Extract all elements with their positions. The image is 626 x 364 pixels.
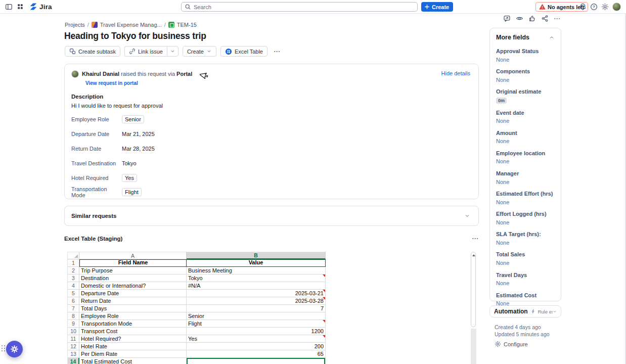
- spreadsheet-cell-b[interactable]: 65: [187, 350, 326, 358]
- toolbar-more-button[interactable]: ⋯: [272, 48, 283, 55]
- column-header-a[interactable]: A: [79, 252, 187, 259]
- description-text[interactable]: Hi I would like to request for approval: [71, 103, 470, 109]
- row-number[interactable]: 10: [67, 328, 79, 335]
- create-dropdown-button[interactable]: Create: [183, 46, 216, 57]
- sidebar-field-value[interactable]: None: [496, 199, 555, 206]
- spreadsheet-cell-b[interactable]: Business Meeting: [187, 267, 326, 275]
- sidebar-field-value[interactable]: None: [496, 117, 555, 124]
- spreadsheet-cell-b[interactable]: 1200: [187, 328, 326, 335]
- sidebar-field-value[interactable]: None: [496, 219, 555, 226]
- reporter-avatar[interactable]: [71, 70, 79, 78]
- feedback-button[interactable]: [503, 15, 511, 22]
- spreadsheet-cell-a[interactable]: Destination: [79, 275, 187, 282]
- more-actions-button[interactable]: ⋯: [554, 15, 561, 22]
- column-header-b[interactable]: B: [187, 252, 326, 259]
- notifications-button[interactable]: [579, 3, 587, 11]
- spreadsheet-cell-a[interactable]: Domestic or International?: [79, 282, 187, 290]
- spreadsheet-cell-b[interactable]: Flight: [187, 320, 326, 328]
- scrollbar-track[interactable]: [471, 329, 476, 364]
- excel-section-more-button[interactable]: ⋯: [472, 235, 479, 242]
- settings-button[interactable]: [601, 3, 609, 11]
- spreadsheet-cell-b[interactable]: [187, 358, 326, 364]
- row-number[interactable]: 14: [67, 358, 79, 364]
- sidebar-field-value[interactable]: None: [496, 239, 555, 246]
- link-issue-dropdown-button[interactable]: [167, 46, 178, 57]
- spreadsheet-cell-b[interactable]: Senior: [187, 312, 326, 320]
- row-number[interactable]: 3: [67, 275, 79, 282]
- field-value[interactable]: Tokyo: [122, 160, 137, 166]
- spreadsheet-cell-b[interactable]: 200: [187, 343, 326, 350]
- global-search[interactable]: [181, 2, 418, 12]
- app-switcher-button[interactable]: [17, 3, 24, 10]
- row-number[interactable]: 13: [67, 350, 79, 358]
- excel-table-button[interactable]: Excel Table: [220, 46, 267, 57]
- row-number[interactable]: 2: [67, 267, 79, 275]
- sidebar-field-value[interactable]: None: [496, 280, 555, 287]
- spreadsheet-cell-b[interactable]: #N/A: [187, 282, 326, 290]
- vote-button[interactable]: [528, 15, 536, 22]
- spreadsheet-cell-b[interactable]: Tokyo: [187, 275, 326, 282]
- sidebar-field-value[interactable]: None: [496, 259, 555, 266]
- field-value[interactable]: Yes: [122, 174, 137, 182]
- sidebar-field-value[interactable]: 0m: [496, 98, 507, 104]
- row-number[interactable]: 9: [67, 320, 79, 328]
- search-input[interactable]: [194, 4, 414, 10]
- hide-details-button[interactable]: Hide details: [441, 70, 470, 76]
- field-value[interactable]: Flight: [122, 188, 142, 196]
- chevron-down-icon[interactable]: [464, 213, 470, 219]
- help-button[interactable]: ?: [590, 3, 598, 11]
- row-number[interactable]: 11: [67, 335, 79, 343]
- reporter-name[interactable]: Khairul Danial: [82, 71, 119, 77]
- spreadsheet-cell-a[interactable]: Total Days: [79, 305, 187, 312]
- row-number[interactable]: 7: [67, 305, 79, 312]
- row-number[interactable]: 8: [67, 312, 79, 320]
- create-subtask-button[interactable]: Create subtask: [65, 46, 120, 57]
- spreadsheet-cell-a[interactable]: Departure Date: [79, 290, 187, 297]
- similar-requests-card[interactable]: Similar requests: [64, 206, 479, 226]
- page-title[interactable]: Heading to Tokyo for business trip: [64, 31, 206, 41]
- row-number[interactable]: 5: [67, 290, 79, 297]
- spreadsheet-cell-b[interactable]: 2025-03-28: [187, 297, 326, 305]
- assistant-button[interactable]: [6, 341, 23, 357]
- row-number[interactable]: 1: [67, 259, 79, 267]
- automation-panel[interactable]: Automation Rule ex...: [489, 305, 561, 317]
- spreadsheet-cell-a[interactable]: Trip Purpose: [79, 267, 187, 275]
- sidebar-field-value[interactable]: None: [496, 76, 555, 83]
- select-all-corner[interactable]: [67, 252, 79, 259]
- view-request-in-portal-link[interactable]: View request in portal: [85, 80, 138, 86]
- sidebar-toggle-button[interactable]: [5, 3, 13, 11]
- spreadsheet-cell-b[interactable]: 2025-03-21: [187, 290, 326, 297]
- field-value[interactable]: Senior: [122, 115, 144, 123]
- spreadsheet-cell-b[interactable]: Value: [187, 259, 326, 267]
- spreadsheet-cell-a[interactable]: Total Estimated Cost: [79, 358, 187, 364]
- spreadsheet-cell-a[interactable]: Per Diem Rate: [79, 350, 187, 358]
- breadcrumb-projects[interactable]: Projects: [65, 22, 85, 28]
- spreadsheet-cell-a[interactable]: Transport Cost: [79, 328, 187, 335]
- spreadsheet-cell-b[interactable]: 7: [187, 305, 326, 312]
- spreadsheet-cell-a[interactable]: Transportation Mode: [79, 320, 187, 328]
- sidebar-field-value[interactable]: None: [496, 138, 555, 145]
- more-fields-header[interactable]: More fields: [496, 34, 555, 41]
- jira-logo[interactable]: Jira: [29, 3, 52, 11]
- spreadsheet-cell-a[interactable]: Hotel Required?: [79, 335, 187, 343]
- sidebar-field-value[interactable]: None: [496, 158, 555, 165]
- configure-button[interactable]: Configure: [495, 341, 550, 347]
- spreadsheet-cell-a[interactable]: Field Name: [79, 259, 187, 267]
- link-issue-button[interactable]: Link issue: [124, 46, 167, 57]
- user-avatar[interactable]: [612, 3, 621, 11]
- spreadsheet-cell-a[interactable]: Employee Role: [79, 312, 187, 320]
- breadcrumb-project[interactable]: Travel Expense Manag...: [100, 22, 162, 28]
- scroll-up-arrow-icon[interactable]: [472, 254, 475, 256]
- row-number[interactable]: 12: [67, 343, 79, 350]
- sidebar-field-value[interactable]: None: [496, 178, 555, 186]
- spreadsheet-cell-a[interactable]: Hotel Rate: [79, 343, 187, 350]
- field-value[interactable]: Mar 28, 2025: [122, 146, 155, 152]
- create-button[interactable]: Create: [421, 2, 453, 12]
- scrollbar-thumb[interactable]: [471, 252, 476, 327]
- row-number[interactable]: 4: [67, 282, 79, 290]
- spreadsheet-cell-b[interactable]: Yes: [187, 335, 326, 343]
- share-button[interactable]: [541, 15, 549, 22]
- spreadsheet-cell-a[interactable]: Return Date: [79, 297, 187, 305]
- watch-button[interactable]: [516, 15, 523, 22]
- sidebar-field-value[interactable]: None: [496, 56, 555, 63]
